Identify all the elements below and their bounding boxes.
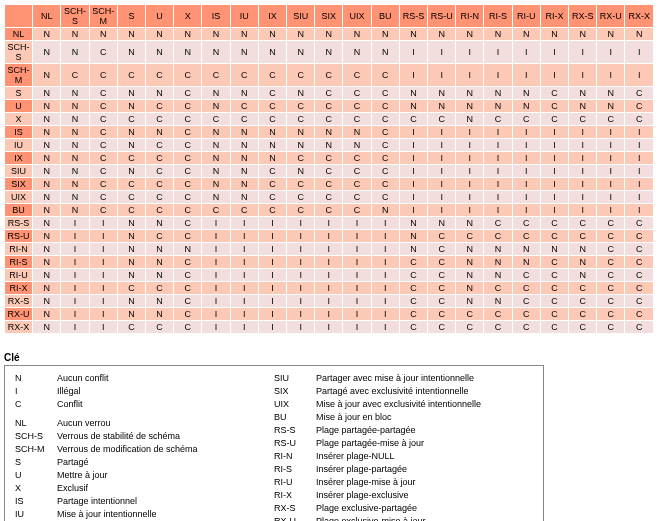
legend-abbr: I — [15, 385, 57, 398]
matrix-cell: N — [315, 126, 343, 139]
matrix-cell: C — [569, 282, 597, 295]
matrix-cell: N — [484, 269, 512, 282]
matrix-cell: I — [230, 321, 258, 334]
matrix-cell: C — [484, 113, 512, 126]
matrix-cell: N — [146, 28, 174, 41]
matrix-cell: C — [597, 217, 625, 230]
matrix-cell: I — [343, 256, 371, 269]
col-header: SCH-M — [89, 5, 117, 28]
matrix-cell: I — [230, 217, 258, 230]
matrix-cell: I — [61, 321, 89, 334]
matrix-cell: N — [202, 41, 230, 64]
matrix-cell: C — [569, 230, 597, 243]
matrix-cell: C — [89, 204, 117, 217]
matrix-cell: C — [343, 178, 371, 191]
matrix-cell: C — [597, 113, 625, 126]
row-header: IS — [5, 126, 33, 139]
matrix-cell: N — [287, 87, 315, 100]
matrix-cell: I — [569, 139, 597, 152]
legend-desc: Verrous de stabilité de schéma — [57, 430, 180, 443]
matrix-cell: I — [597, 64, 625, 87]
matrix-cell: I — [61, 282, 89, 295]
col-header: RX-U — [597, 5, 625, 28]
matrix-cell: I — [625, 165, 654, 178]
matrix-cell: N — [484, 87, 512, 100]
legend-col-2: SIUPartager avec mise à jour intentionne… — [274, 372, 533, 521]
row-header: RI-U — [5, 269, 33, 282]
legend-desc: Partagé avec exclusivité intentionnelle — [316, 385, 469, 398]
matrix-cell: N — [117, 269, 145, 282]
matrix-cell: N — [230, 87, 258, 100]
legend-row: NAucun conflit — [15, 372, 274, 385]
matrix-cell: N — [230, 139, 258, 152]
matrix-cell: N — [117, 100, 145, 113]
legend-desc: Conflit — [57, 398, 83, 411]
matrix-cell: C — [371, 191, 399, 204]
matrix-cell: N — [625, 28, 654, 41]
matrix-cell: N — [569, 100, 597, 113]
legend-abbr: C — [15, 398, 57, 411]
legend-desc: Exclusif — [57, 482, 88, 495]
matrix-cell: C — [399, 282, 427, 295]
row-header: UIX — [5, 191, 33, 204]
matrix-cell: C — [287, 64, 315, 87]
col-header: RX-X — [625, 5, 654, 28]
matrix-cell: I — [512, 64, 540, 87]
matrix-cell: C — [371, 139, 399, 152]
matrix-cell: I — [428, 178, 456, 191]
matrix-cell: C — [428, 256, 456, 269]
matrix-cell: N — [117, 87, 145, 100]
matrix-cell: N — [33, 243, 61, 256]
matrix-cell: C — [484, 230, 512, 243]
matrix-cell: N — [146, 126, 174, 139]
matrix-cell: C — [512, 217, 540, 230]
matrix-cell: I — [315, 295, 343, 308]
matrix-cell: C — [315, 152, 343, 165]
matrix-cell: C — [174, 204, 202, 217]
matrix-cell: C — [117, 282, 145, 295]
row-header: IU — [5, 139, 33, 152]
row-header: RX-X — [5, 321, 33, 334]
matrix-cell: C — [174, 217, 202, 230]
table-row: UNNCNCCNCCCCCCNNNNNCNNC — [5, 100, 654, 113]
matrix-cell: N — [33, 100, 61, 113]
matrix-cell: N — [61, 165, 89, 178]
col-header: BU — [371, 5, 399, 28]
matrix-cell: I — [399, 165, 427, 178]
matrix-cell: I — [428, 165, 456, 178]
legend-row: SPartagé — [15, 456, 274, 469]
matrix-cell: C — [202, 204, 230, 217]
matrix-cell: N — [230, 191, 258, 204]
row-header: RS-U — [5, 230, 33, 243]
matrix-cell: C — [597, 282, 625, 295]
matrix-cell: I — [287, 243, 315, 256]
matrix-cell: I — [456, 152, 484, 165]
matrix-cell: N — [512, 87, 540, 100]
matrix-cell: N — [146, 87, 174, 100]
matrix-cell: I — [540, 64, 568, 87]
legend-desc: Plage exclusive-mise à jour — [316, 515, 426, 521]
matrix-cell: C — [287, 100, 315, 113]
matrix-cell: N — [202, 191, 230, 204]
matrix-cell: C — [258, 204, 286, 217]
legend-row: SCH-MVerrous de modification de schéma — [15, 443, 274, 456]
matrix-cell: C — [174, 113, 202, 126]
matrix-cell: C — [343, 191, 371, 204]
matrix-cell: C — [540, 269, 568, 282]
matrix-cell: N — [61, 100, 89, 113]
matrix-cell: I — [343, 217, 371, 230]
matrix-cell: N — [428, 28, 456, 41]
legend-abbr: RI-S — [274, 463, 316, 476]
matrix-cell: N — [456, 282, 484, 295]
matrix-cell: I — [399, 204, 427, 217]
matrix-cell: N — [33, 269, 61, 282]
matrix-cell: N — [315, 139, 343, 152]
matrix-cell: I — [569, 126, 597, 139]
matrix-cell: C — [287, 152, 315, 165]
matrix-cell: I — [484, 165, 512, 178]
matrix-cell: C — [343, 87, 371, 100]
matrix-cell: N — [33, 64, 61, 87]
col-header: RS-S — [399, 5, 427, 28]
matrix-cell: C — [230, 64, 258, 87]
matrix-cell: C — [597, 295, 625, 308]
